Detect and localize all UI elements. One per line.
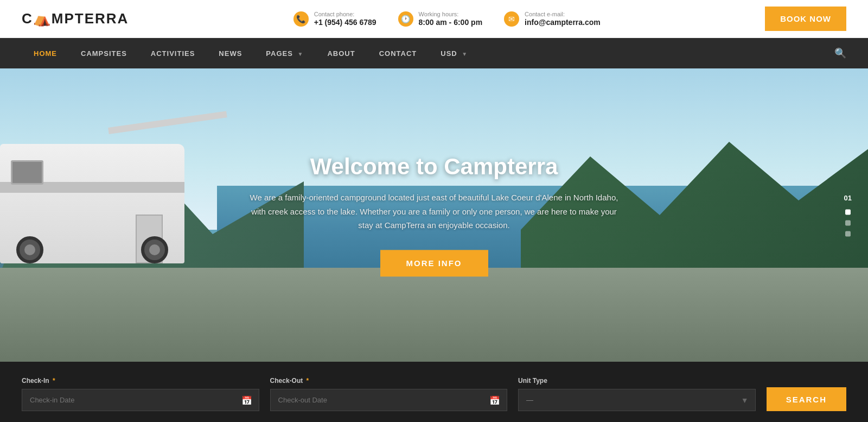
nav-link-news[interactable]: NEWS bbox=[207, 40, 254, 67]
nav-link-activities[interactable]: ACTIVITIES bbox=[139, 40, 207, 67]
checkin-input[interactable] bbox=[22, 389, 259, 411]
checkout-label: Check-out * bbox=[270, 377, 508, 385]
nav-link-about[interactable]: ABOUT bbox=[315, 40, 367, 67]
hours-label: Working hours: bbox=[419, 11, 483, 17]
nav-item-about[interactable]: ABOUT bbox=[315, 40, 367, 67]
phone-info: 📞 Contact phone: +1 (954) 456 6789 bbox=[293, 11, 376, 27]
nav-link-usd[interactable]: USD ▼ bbox=[429, 40, 480, 67]
logo-icon: ⛺ bbox=[33, 10, 52, 27]
slide-dot-2[interactable] bbox=[845, 221, 851, 226]
rv-rear-wheel bbox=[16, 236, 43, 263]
ground-bg bbox=[0, 268, 868, 362]
email-info: ✉ Contact e-mail: info@campterra.com bbox=[504, 11, 601, 27]
phone-text: Contact phone: +1 (954) 456 6789 bbox=[314, 11, 376, 27]
usd-arrow-icon: ▼ bbox=[462, 51, 468, 57]
pages-arrow-icon: ▼ bbox=[298, 51, 304, 57]
phone-value: +1 (954) 456 6789 bbox=[314, 18, 376, 27]
nav-links: HOME CAMPSITES ACTIVITIES NEWS PAGES ▼ A… bbox=[22, 40, 480, 67]
rv-body bbox=[0, 144, 184, 263]
clock-icon: 🕐 bbox=[398, 11, 413, 27]
more-info-button[interactable]: MORE INFO bbox=[380, 250, 488, 276]
nav-item-pages[interactable]: PAGES ▼ bbox=[254, 40, 315, 67]
checkin-label: Check-in * bbox=[22, 377, 259, 385]
checkout-calendar-icon: 📅 bbox=[489, 395, 500, 405]
nav-item-news[interactable]: NEWS bbox=[207, 40, 254, 67]
hero-content: Welcome to Campterra We are a family-ori… bbox=[250, 154, 618, 276]
rv-window bbox=[11, 160, 43, 185]
nav-item-usd[interactable]: USD ▼ bbox=[429, 40, 480, 67]
hero-description: We are a family-oriented campground loca… bbox=[250, 191, 618, 232]
nav-link-pages[interactable]: PAGES ▼ bbox=[254, 40, 315, 67]
hours-value: 8:00 am - 6:00 pm bbox=[419, 18, 483, 27]
top-info: 📞 Contact phone: +1 (954) 456 6789 🕐 Wor… bbox=[293, 11, 601, 27]
rv-front-wheel bbox=[141, 236, 168, 263]
book-now-button[interactable]: BOOK NOW bbox=[765, 7, 846, 31]
nav-link-home[interactable]: HOME bbox=[22, 40, 69, 67]
nav-link-contact[interactable]: CONTACT bbox=[367, 40, 429, 67]
hero-title: Welcome to Campterra bbox=[250, 154, 618, 180]
unit-type-select[interactable]: — RV Site Tent Site Cabin bbox=[519, 389, 755, 411]
nav-link-campsites[interactable]: CAMPSITES bbox=[69, 40, 139, 67]
hours-text: Working hours: 8:00 am - 6:00 pm bbox=[419, 11, 483, 27]
search-bar: Check-in * 📅 Check-out * 📅 Unit type — R… bbox=[0, 362, 868, 422]
checkin-input-wrap: 📅 bbox=[22, 389, 259, 411]
top-bar: C⛺MPTERRA 📞 Contact phone: +1 (954) 456 … bbox=[0, 0, 868, 38]
search-icon[interactable]: 🔍 bbox=[834, 47, 846, 59]
phone-icon: 📞 bbox=[293, 11, 309, 27]
checkout-input[interactable] bbox=[271, 389, 507, 411]
checkout-required: * bbox=[307, 377, 309, 385]
nav-item-campsites[interactable]: CAMPSITES bbox=[69, 40, 139, 67]
checkout-field: Check-out * 📅 bbox=[270, 377, 508, 411]
unit-type-field: Unit type — RV Site Tent Site Cabin ▼ bbox=[518, 377, 756, 411]
email-label: Contact e-mail: bbox=[525, 11, 601, 17]
nav-item-home[interactable]: HOME bbox=[22, 40, 69, 67]
phone-label: Contact phone: bbox=[314, 11, 376, 17]
checkout-input-wrap: 📅 bbox=[270, 389, 508, 411]
unit-type-select-wrap: — RV Site Tent Site Cabin ▼ bbox=[518, 389, 756, 411]
email-value: info@campterra.com bbox=[525, 18, 601, 27]
search-button[interactable]: SEARCH bbox=[767, 387, 846, 411]
hours-info: 🕐 Working hours: 8:00 am - 6:00 pm bbox=[398, 11, 483, 27]
nav-item-contact[interactable]: CONTACT bbox=[367, 40, 429, 67]
unit-type-label: Unit type bbox=[518, 377, 756, 385]
navigation: HOME CAMPSITES ACTIVITIES NEWS PAGES ▼ A… bbox=[0, 38, 868, 68]
checkin-required: * bbox=[53, 377, 55, 385]
checkin-calendar-icon: 📅 bbox=[241, 395, 252, 405]
slide-dot-1[interactable] bbox=[845, 210, 851, 215]
checkin-field: Check-in * 📅 bbox=[22, 377, 259, 411]
nav-item-activities[interactable]: ACTIVITIES bbox=[139, 40, 207, 67]
rv-illustration bbox=[0, 95, 206, 280]
slide-indicators: 01 bbox=[844, 194, 852, 237]
hero-section: Welcome to Campterra We are a family-ori… bbox=[0, 68, 868, 362]
logo: C⛺MPTERRA bbox=[22, 10, 129, 27]
slide-dot-3[interactable] bbox=[845, 231, 851, 237]
slide-number: 01 bbox=[844, 194, 852, 202]
email-text: Contact e-mail: info@campterra.com bbox=[525, 11, 601, 27]
email-icon: ✉ bbox=[504, 11, 519, 27]
